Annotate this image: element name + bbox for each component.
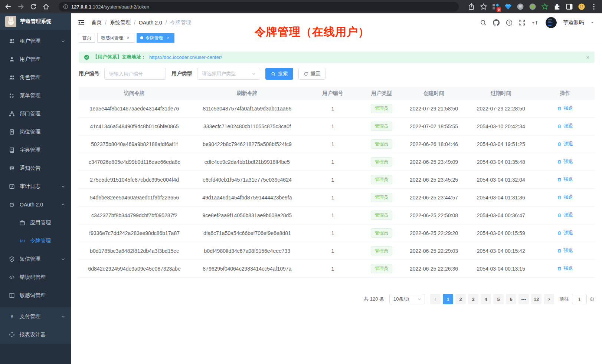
extensions-grid-icon[interactable]: 9	[492, 3, 500, 10]
browser-back-icon[interactable]	[4, 3, 12, 10]
sidebar-item-tenant[interactable]: 租户管理	[0, 32, 71, 50]
force-logout-button[interactable]: 强退	[557, 158, 573, 165]
browser-reload-icon[interactable]	[30, 3, 37, 10]
sidebar-item-report[interactable]: 报表设计器	[0, 325, 71, 344]
column-header-user-id[interactable]: 用户编号	[304, 90, 361, 97]
column-header-user-type[interactable]: 用户类型	[361, 90, 402, 97]
cell-access-token: 502375b8040a469a9b82188afdf6af1f	[79, 141, 190, 147]
page-button-3[interactable]: 3	[468, 294, 478, 304]
sidebar-item-post[interactable]: 岗位管理	[0, 123, 71, 141]
address-bar[interactable]: 127.0.0.1:1024/system/oauth2/token	[59, 2, 459, 11]
reset-button[interactable]: 重置	[298, 68, 325, 80]
force-logout-button[interactable]: 强退	[557, 265, 573, 272]
github-icon[interactable]	[493, 19, 500, 26]
prev-page-button[interactable]	[430, 294, 441, 304]
site-info-icon[interactable]	[63, 4, 68, 9]
page-button-5[interactable]: 5	[493, 294, 504, 304]
sidebar-item-oauth2-token[interactable]: A令牌管理	[0, 232, 71, 250]
sidebar-item-user[interactable]: 用户管理	[0, 50, 71, 68]
page-size-select[interactable]: 10条/页	[389, 294, 425, 304]
chevron-down-icon	[61, 184, 65, 189]
help-icon[interactable]: ?	[506, 19, 513, 26]
sidebar-item-dept[interactable]: 部门管理	[0, 105, 71, 123]
doc-link[interactable]: https://doc.iocoder.cn/user-center/	[149, 54, 222, 60]
font-size-icon[interactable]: TT	[532, 19, 539, 26]
sidebar-item-role[interactable]: 角色管理	[0, 68, 71, 86]
user-type-select[interactable]: 请选择用户类型	[197, 68, 260, 80]
tab-close-icon[interactable]: ×	[166, 35, 171, 40]
sidebar-item-error-code[interactable]: 错误码管理	[0, 268, 71, 286]
alert-close-icon[interactable]: ×	[586, 54, 589, 60]
force-logout-button[interactable]: 强退	[557, 140, 573, 147]
chevron-down-icon[interactable]	[590, 20, 595, 25]
sidebar-item-oauth2[interactable]: OAuth 2.0	[0, 195, 71, 214]
column-header-create-time[interactable]: 创建时间	[402, 90, 466, 97]
cell-expire-time: 2054-03-04 00:36:47	[466, 212, 536, 218]
sidebar-item-sms[interactable]: 短信管理	[0, 250, 71, 268]
page-button-2[interactable]: 2	[455, 294, 466, 304]
green-star-icon[interactable]	[541, 3, 549, 10]
page-button-6[interactable]: 6	[506, 294, 516, 304]
sidebar-item-audit-log[interactable]: 审计日志	[0, 177, 71, 195]
cell-expire-time: 2054-03-04 01:35:48	[466, 159, 536, 165]
user-id-input[interactable]	[104, 68, 166, 80]
browser-menu-icon[interactable]	[590, 3, 598, 10]
sidebar-item-menu[interactable]: 菜单管理	[0, 86, 71, 105]
search-icon[interactable]	[480, 19, 487, 26]
sidebar-item-oauth2-app[interactable]: 应用管理	[0, 214, 71, 232]
navbar-actions: ? TT 芋道源码	[480, 17, 595, 28]
sidebar-item-notice[interactable]: 通知公告	[0, 159, 71, 177]
share-icon[interactable]	[468, 3, 475, 10]
force-logout-button[interactable]: 强退	[557, 176, 573, 183]
search-button[interactable]: 搜索	[265, 68, 293, 80]
fullscreen-icon[interactable]	[519, 19, 526, 26]
bookmark-star-icon[interactable]	[480, 3, 487, 10]
sidebar-item-label: 租户管理	[20, 38, 40, 44]
sidebar-item-dict[interactable]: 字典管理	[0, 141, 71, 159]
browser-forward-icon[interactable]	[17, 3, 24, 10]
page-button-4[interactable]: 4	[481, 294, 491, 304]
tab-close-icon[interactable]: ×	[125, 35, 131, 40]
force-logout-button[interactable]: 强退	[557, 194, 573, 201]
page-more-button[interactable]: •••	[518, 294, 529, 304]
column-header-refresh-token[interactable]: 刷新令牌	[190, 90, 304, 97]
cell-expire-time: 2054-03-04 00:13:15	[466, 266, 536, 272]
tab-token[interactable]: 令牌管理×	[137, 33, 174, 43]
column-header-actions[interactable]: 操作	[536, 90, 595, 97]
sidebar-fold-icon[interactable]	[77, 19, 85, 27]
breadcrumb-item[interactable]: 系统管理	[110, 19, 131, 26]
page-button-1[interactable]: 1	[443, 294, 453, 304]
force-logout-button[interactable]: 强退	[557, 212, 573, 218]
blue-gem-icon[interactable]	[504, 3, 512, 10]
puzzle-icon[interactable]	[553, 3, 561, 10]
force-logout-button[interactable]: 强退	[557, 229, 573, 236]
sidebar-item-pay[interactable]: ¥支付管理	[0, 307, 71, 325]
cell-access-token: 54d6be82ee5a460a9aedc1f9bf223656	[79, 195, 190, 201]
force-logout-button[interactable]: 强退	[557, 247, 573, 254]
cell-expire-time: 2054-03-04 19:51:25	[466, 141, 536, 147]
split-window-icon[interactable]	[566, 3, 573, 10]
sidebar-item-sensitive-word[interactable]: 敏感词管理	[0, 286, 71, 304]
green-app-icon[interactable]	[529, 3, 536, 10]
column-header-expire-time[interactable]: 过期时间	[466, 90, 536, 97]
browser-home-icon[interactable]	[42, 3, 50, 10]
column-header-access-token[interactable]: 访问令牌	[79, 90, 190, 97]
broadcast-a-icon: A	[19, 238, 25, 244]
page-button-12[interactable]: 12	[531, 294, 542, 304]
cell-expire-time: 2054-03-04 00:15:42	[466, 248, 536, 254]
force-logout-button[interactable]: 强退	[557, 123, 573, 129]
emoji-reaction-icon[interactable]	[578, 3, 585, 10]
app-logo[interactable]: 芋道管理系统	[0, 13, 71, 30]
next-page-button[interactable]	[544, 294, 554, 304]
force-logout-button[interactable]: 强退	[557, 105, 573, 112]
gray-app-icon[interactable]	[517, 3, 524, 10]
breadcrumb-item[interactable]: OAuth 2.0	[139, 20, 162, 26]
user-avatar[interactable]	[546, 17, 557, 28]
user-name[interactable]: 芋道源码	[563, 19, 584, 26]
goto-page-input[interactable]	[572, 294, 587, 304]
breadcrumb-item[interactable]: 首页	[91, 19, 102, 26]
tab-home[interactable]: 首页	[79, 33, 95, 43]
user-type-placeholder: 请选择用户类型	[202, 70, 236, 77]
breadcrumb-item[interactable]: 令牌管理	[170, 19, 191, 26]
tab-sensitive-word[interactable]: 敏感词管理×	[97, 33, 134, 43]
